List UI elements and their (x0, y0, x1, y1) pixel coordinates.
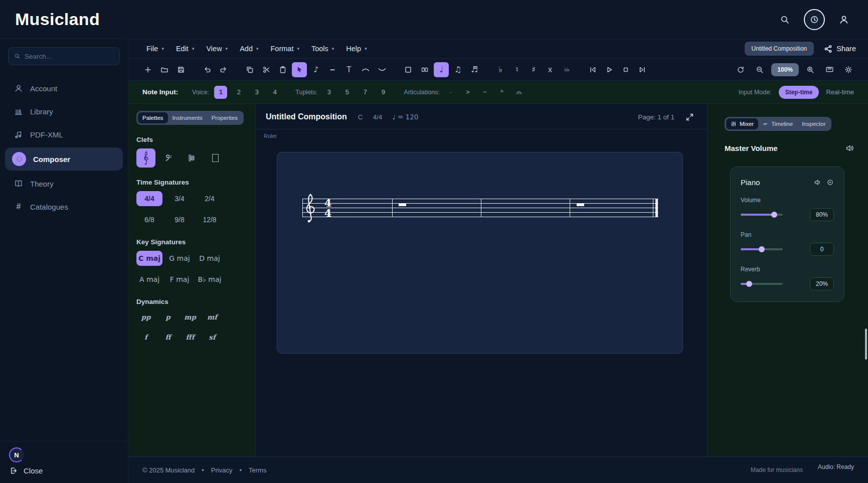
accent-button[interactable]: > (462, 86, 474, 98)
percussion-clef-button[interactable] (206, 148, 225, 168)
scrollbar-thumb[interactable] (865, 329, 867, 360)
time-sig-button[interactable]: 3/4 (166, 191, 193, 206)
quarter-note-tool[interactable]: ♩ (434, 62, 449, 77)
sharp-button[interactable]: ♯ (526, 62, 541, 77)
alto-clef-button[interactable] (183, 148, 202, 168)
time-sig-button[interactable]: 2/4 (197, 191, 223, 206)
terms-link[interactable]: Terms (249, 466, 266, 474)
dynamic-button[interactable]: mf (203, 310, 222, 324)
key-sig-button[interactable]: B♭ maj (197, 272, 223, 287)
key-sig-button[interactable]: F maj (166, 272, 193, 287)
channel-mute-button[interactable] (814, 179, 821, 186)
step-time-button[interactable]: Step-time (779, 86, 819, 99)
tab-mixer[interactable]: Mixer (726, 118, 758, 129)
play-button[interactable] (602, 62, 617, 77)
tab-palettes[interactable]: Palettes (138, 112, 168, 123)
share-button[interactable]: Share (824, 45, 856, 53)
dynamic-button[interactable]: mp (181, 310, 200, 324)
zoom-level-badge[interactable]: 100% (771, 63, 799, 76)
sidebar-search[interactable] (8, 47, 120, 65)
pan-slider[interactable] (741, 248, 783, 250)
slur-tool[interactable] (358, 62, 373, 77)
dynamic-button[interactable]: ff (158, 331, 178, 344)
key-sig-button[interactable]: G maj (166, 251, 193, 266)
search-button[interactable] (776, 11, 794, 29)
rest-tool[interactable] (325, 62, 340, 77)
tuplet-9-button[interactable]: 9 (377, 86, 390, 99)
sixteenth-notes-tool[interactable]: ♬ (467, 62, 482, 77)
menu-add[interactable]: Add▾ (234, 41, 264, 56)
privacy-link[interactable]: Privacy (211, 466, 233, 474)
menu-edit[interactable]: Edit▾ (170, 41, 201, 56)
double-flat-button[interactable]: ♭♭ (559, 62, 574, 77)
redo-button[interactable] (216, 62, 231, 77)
natural-button[interactable]: ♮ (509, 62, 525, 77)
whole-rest[interactable] (399, 203, 406, 206)
beamed-notes-tool[interactable]: ♫ (450, 62, 465, 77)
time-sig-button[interactable]: 6/8 (136, 212, 162, 227)
select-tool[interactable] (292, 62, 307, 77)
undo-button[interactable] (200, 62, 215, 77)
zoom-in-button[interactable] (803, 62, 818, 77)
sidebar-item-pdf-xml[interactable]: PDF-XML (0, 123, 128, 145)
new-button[interactable] (140, 62, 155, 77)
text-tool[interactable]: T (341, 62, 357, 77)
voice-3-button[interactable]: 3 (250, 86, 263, 99)
session-button[interactable] (804, 9, 825, 30)
pan-slider-thumb[interactable] (759, 246, 765, 252)
master-mute-button[interactable] (845, 144, 854, 152)
menu-format[interactable]: Format▾ (264, 41, 305, 56)
staccato-button[interactable]: · (445, 86, 457, 98)
tab-instruments[interactable]: Instruments (168, 112, 207, 123)
tuplet-5-button[interactable]: 5 (340, 86, 354, 99)
real-time-button[interactable]: Real-time (826, 88, 854, 96)
sidebar-item-catalogues[interactable]: # Catalogues (0, 196, 128, 218)
composition-badge[interactable]: Untitled Composition (745, 42, 814, 56)
theme-toggle-button[interactable] (841, 62, 856, 77)
sidebar-item-composer[interactable]: Composer (5, 147, 123, 171)
time-sig-button[interactable]: 4/4 (136, 191, 162, 206)
reverb-slider[interactable] (741, 283, 783, 285)
dynamic-button[interactable]: pp (136, 310, 155, 324)
tab-inspector[interactable]: Inspector (797, 118, 830, 129)
bass-clef-button[interactable] (159, 148, 179, 168)
tenuto-button[interactable]: − (479, 86, 491, 98)
key-sig-button[interactable]: C maj (136, 251, 162, 266)
score-canvas[interactable]: 4 4 (277, 152, 683, 354)
volume-slider[interactable] (741, 214, 783, 216)
sidebar-item-account[interactable]: Account (0, 77, 128, 99)
close-button[interactable]: Close (9, 466, 119, 475)
avatar-button[interactable] (835, 11, 853, 29)
layout-grid-tool[interactable] (417, 62, 432, 77)
cut-button[interactable] (259, 62, 274, 77)
pan-value[interactable]: 0 (810, 243, 834, 256)
double-sharp-button[interactable]: x (543, 62, 558, 77)
fermata-button[interactable] (513, 86, 525, 98)
piano-keyboard-button[interactable] (822, 62, 837, 77)
key-sig-button[interactable]: D maj (197, 251, 223, 266)
search-input[interactable] (25, 53, 113, 60)
key-sig-button[interactable]: A maj (136, 272, 162, 287)
tie-tool[interactable] (375, 62, 390, 77)
tuplet-3-button[interactable]: 3 (322, 86, 335, 99)
paste-button[interactable] (275, 62, 290, 77)
open-button[interactable] (157, 62, 172, 77)
menu-help[interactable]: Help▾ (340, 41, 373, 56)
eighth-note-tool[interactable]: ♪ (308, 62, 323, 77)
channel-solo-button[interactable] (826, 179, 834, 186)
sidebar-item-library[interactable]: Library (0, 100, 128, 122)
volume-value[interactable]: 80% (810, 208, 834, 221)
dynamic-button[interactable]: sf (203, 331, 222, 344)
dynamic-button[interactable]: p (158, 310, 178, 324)
user-avatar[interactable]: N (9, 447, 24, 462)
save-button[interactable] (173, 62, 189, 77)
reverb-slider-thumb[interactable] (746, 281, 752, 287)
stop-button[interactable] (618, 62, 633, 77)
tab-properties[interactable]: Properties (207, 112, 242, 123)
menu-tools[interactable]: Tools▾ (305, 41, 340, 56)
dynamic-button[interactable]: f (136, 331, 155, 344)
refresh-button[interactable] (733, 62, 748, 77)
sidebar-item-theory[interactable]: Theory (0, 173, 128, 195)
voice-1-button[interactable]: 1 (214, 86, 227, 99)
menu-file[interactable]: File▾ (140, 41, 170, 56)
